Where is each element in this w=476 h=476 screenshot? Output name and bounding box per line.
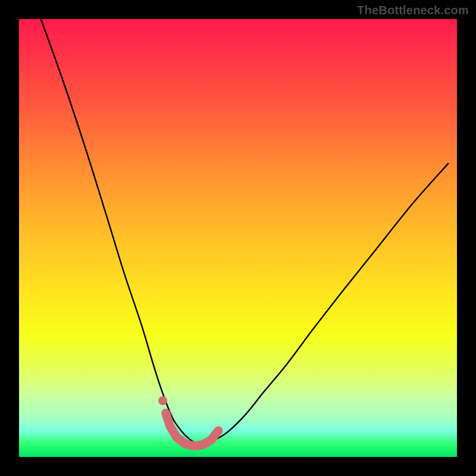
plot-area <box>19 19 457 457</box>
bottleneck-curve <box>41 19 449 444</box>
chart-frame: TheBottleneck.com <box>0 0 476 476</box>
highlight-stroke <box>166 413 218 446</box>
curve-layer <box>19 19 457 457</box>
watermark-text: TheBottleneck.com <box>357 4 469 17</box>
highlight-dot <box>158 396 167 405</box>
